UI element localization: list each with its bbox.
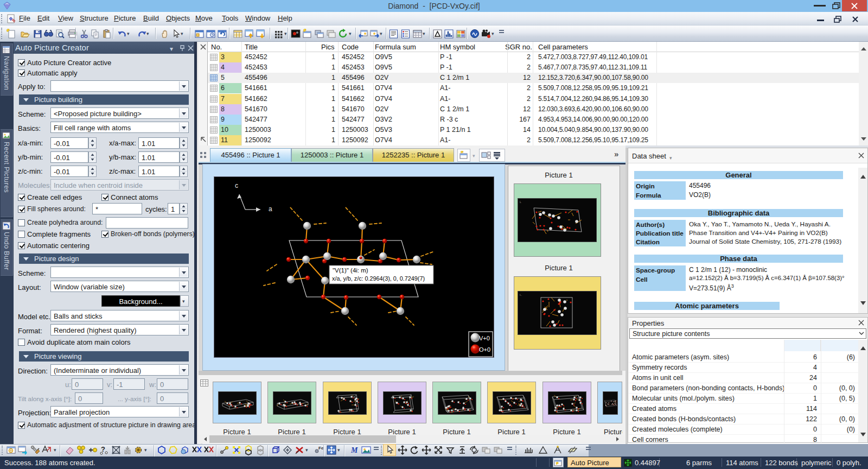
svg-text:V+0: V+0	[479, 335, 490, 341]
svg-text:x/a, y/b, z/c: 0.2964(3), 0, 0: x/a, y/b, z/c: 0.2964(3), 0, 0.7249(7)	[332, 275, 425, 282]
svg-text:a: a	[269, 205, 272, 213]
svg-text:Fe: Fe	[318, 446, 323, 451]
svg-text:L: L	[520, 200, 521, 204]
svg-text:"V(1)" (4i: m): "V(1)" (4i: m)	[333, 267, 368, 274]
svg-text:M: M	[350, 446, 358, 454]
svg-text:O+0: O+0	[479, 346, 490, 353]
svg-text:c: c	[235, 182, 238, 189]
svg-text:t..: t..	[520, 293, 522, 296]
